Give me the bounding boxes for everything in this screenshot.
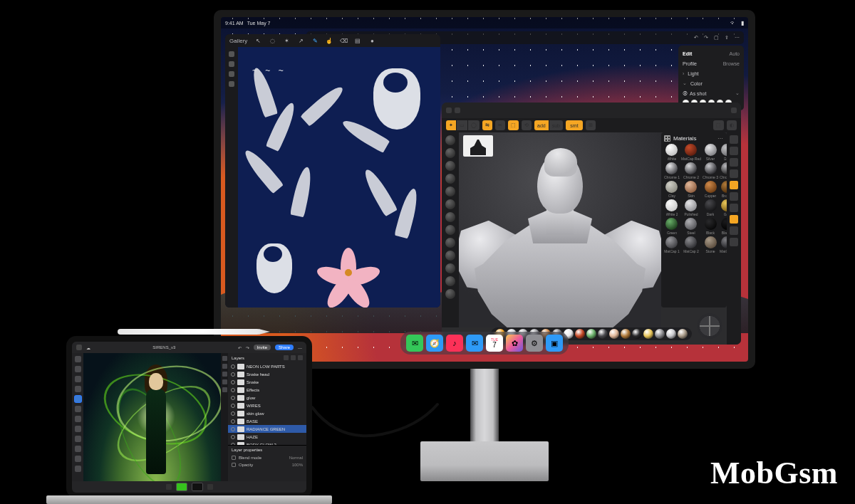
color-tool-icon[interactable]: ● xyxy=(368,37,375,44)
cloud-icon[interactable]: ☁ xyxy=(86,345,90,350)
swatch-button[interactable] xyxy=(166,484,172,490)
browse-button[interactable]: Browse xyxy=(723,61,740,66)
material-swatch[interactable]: Dark xyxy=(703,199,718,216)
more-icon[interactable]: ⋯ xyxy=(298,345,302,350)
brush-tool-icon[interactable] xyxy=(75,396,81,402)
color-section[interactable]: Color xyxy=(683,80,703,86)
dock-music-icon[interactable]: ♪ xyxy=(446,335,463,352)
brush-preset[interactable] xyxy=(445,225,455,235)
rail-button[interactable] xyxy=(730,192,738,201)
eraser-tool-icon[interactable]: ⌫ xyxy=(340,37,347,44)
rail-button[interactable] xyxy=(730,147,738,155)
wb-dropdown-icon[interactable]: ⌄ xyxy=(735,90,740,96)
brush-ball[interactable] xyxy=(632,329,642,339)
layer-row[interactable]: RADIANCE GREEN xyxy=(228,425,306,433)
layer-more-icon[interactable] xyxy=(298,355,303,360)
light-section[interactable]: Light xyxy=(683,71,699,76)
swatch-button[interactable] xyxy=(207,484,213,490)
brush-ball[interactable] xyxy=(598,329,608,339)
gesture-tool-icon[interactable]: ↖ xyxy=(254,37,261,44)
dock-mail-icon[interactable]: ✉ xyxy=(466,335,483,352)
crop-tool-icon[interactable] xyxy=(75,436,81,442)
visibility-icon[interactable] xyxy=(231,372,235,377)
visibility-icon[interactable] xyxy=(231,411,235,416)
layer-options-icon[interactable] xyxy=(291,355,296,360)
type-tool-icon[interactable] xyxy=(75,446,81,452)
material-swatch[interactable]: Green xyxy=(664,218,680,235)
material-swatch[interactable]: MatCap 2 xyxy=(681,236,701,253)
rail-button[interactable] xyxy=(730,238,738,246)
brush-preset[interactable] xyxy=(445,135,455,145)
brush-ball[interactable] xyxy=(586,329,596,339)
layer-row[interactable]: Snake head xyxy=(228,370,306,378)
window-control[interactable] xyxy=(455,107,460,113)
panel-icon[interactable] xyxy=(222,379,227,384)
tool-button[interactable]: ✂ xyxy=(495,120,505,130)
rail-button[interactable] xyxy=(730,215,738,224)
layer-row[interactable]: Effects xyxy=(228,386,306,394)
undo-icon[interactable]: ↶ xyxy=(694,35,698,41)
rail-button[interactable] xyxy=(730,181,738,189)
share-button[interactable]: Share xyxy=(275,345,294,350)
visibility-icon[interactable] xyxy=(231,404,235,408)
dock-settings-icon[interactable]: ⚙ xyxy=(526,335,543,352)
tool-seg-1[interactable]: ✦ xyxy=(446,120,456,130)
brush-preset[interactable] xyxy=(445,276,455,286)
brush-ball[interactable] xyxy=(621,329,631,339)
brush-preset[interactable] xyxy=(445,212,455,222)
rail-button[interactable] xyxy=(730,135,738,144)
brush-preset[interactable] xyxy=(445,161,455,171)
share-icon[interactable]: ⇪ xyxy=(725,35,729,41)
visibility-icon[interactable] xyxy=(231,380,235,384)
panel-icon[interactable] xyxy=(222,364,227,369)
adjust-tool-icon[interactable]: ✶ xyxy=(283,37,290,44)
panel-icon[interactable] xyxy=(222,356,227,361)
redo-icon[interactable]: ↷ xyxy=(246,345,249,350)
symmetry-button[interactable]: ⇋ xyxy=(482,120,492,130)
panel-icon[interactable] xyxy=(222,372,227,377)
material-swatch[interactable]: Chrome 1 xyxy=(664,162,680,179)
brush-ball[interactable] xyxy=(643,329,653,339)
grid-icon[interactable] xyxy=(664,135,670,142)
tool-seg-3[interactable]: ◯ xyxy=(468,120,480,130)
layer-row[interactable]: skin glow xyxy=(228,409,306,417)
brush-tool-icon[interactable]: ✎ xyxy=(311,37,318,44)
tool-button[interactable]: ⟲ xyxy=(522,120,532,130)
rail-button[interactable] xyxy=(730,226,738,235)
tool-button[interactable]: ⬚ xyxy=(713,120,724,130)
visibility-icon[interactable] xyxy=(231,388,235,392)
brush-ball[interactable] xyxy=(655,329,665,339)
brush-ball[interactable] xyxy=(575,329,585,339)
brush-preset[interactable] xyxy=(445,199,455,209)
auto-button[interactable]: Auto xyxy=(730,51,740,56)
photoshop-canvas[interactable] xyxy=(83,353,228,481)
checkbox[interactable] xyxy=(232,456,236,460)
material-swatch[interactable]: Polished xyxy=(681,199,701,216)
brush-preset[interactable] xyxy=(445,238,455,248)
more-icon[interactable]: ⋯ xyxy=(717,135,724,142)
visibility-icon[interactable] xyxy=(231,435,235,439)
layer-row[interactable]: BASE xyxy=(228,417,306,425)
material-swatch[interactable]: Copper xyxy=(703,181,718,198)
material-swatch[interactable]: MatCap Red xyxy=(681,144,701,161)
rail-button[interactable] xyxy=(730,169,738,178)
layer-row[interactable]: Snake xyxy=(228,378,306,386)
transform-tool-icon[interactable] xyxy=(75,366,81,372)
gallery-button[interactable]: Gallery xyxy=(229,38,247,44)
material-swatch[interactable]: Black xyxy=(703,218,718,235)
tool-button[interactable]: ⬚ xyxy=(508,120,519,130)
select-tool-icon[interactable] xyxy=(75,386,81,392)
material-swatch[interactable]: Silver xyxy=(703,144,718,161)
property-row[interactable]: Opacity100% xyxy=(232,461,303,468)
invite-button[interactable]: Invite xyxy=(254,345,271,350)
chip-add[interactable]: add xyxy=(534,120,549,130)
layer-row[interactable]: HAZE xyxy=(228,433,306,441)
rail-button[interactable] xyxy=(730,204,738,212)
layer-row[interactable]: WIRES xyxy=(228,401,306,409)
brush-ball[interactable] xyxy=(678,329,688,339)
layer-row[interactable]: NEON LOW PARTS xyxy=(228,362,306,370)
brush-preset[interactable] xyxy=(445,263,455,273)
lasso-tool-icon[interactable] xyxy=(75,376,81,382)
brush-ball[interactable] xyxy=(666,329,676,339)
checkbox[interactable] xyxy=(232,463,236,467)
